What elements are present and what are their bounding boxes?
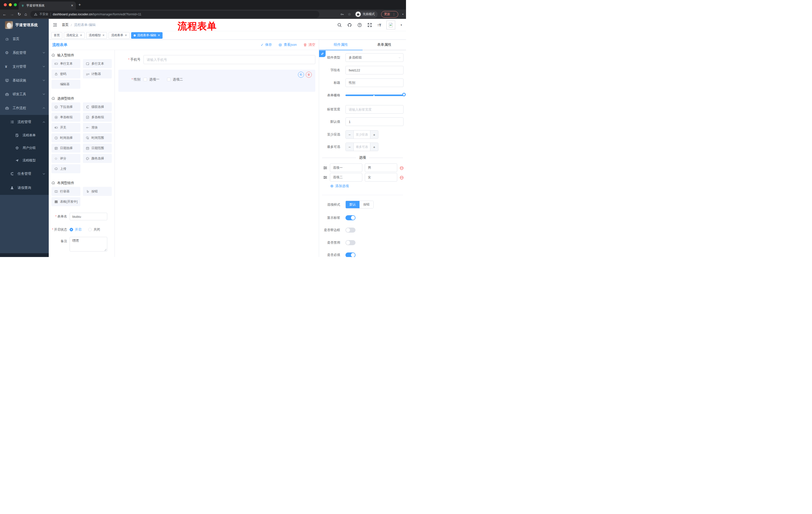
drag-handle-icon[interactable] xyxy=(323,175,327,180)
app-logo[interactable]: 芋道管理系统 xyxy=(0,19,49,31)
sidebar-item-home[interactable]: 首页 xyxy=(0,32,49,46)
option-1-label-input[interactable] xyxy=(330,163,362,172)
close-icon[interactable]: ✕ xyxy=(125,34,127,37)
component-editor[interactable]: 编辑器 xyxy=(52,80,80,89)
title-input[interactable] xyxy=(345,78,404,87)
bookmark-star-icon[interactable]: ☆ xyxy=(348,12,351,16)
reload-icon[interactable]: ↻ xyxy=(18,12,21,16)
copy-component-button[interactable] xyxy=(298,72,304,78)
component-switch[interactable]: 开关 xyxy=(52,123,80,132)
component-table[interactable]: 表格[开发中] xyxy=(52,197,80,206)
form-canvas[interactable]: 手机号 性别 选项一 选项二 xyxy=(115,50,319,257)
window-close-button[interactable] xyxy=(4,3,7,6)
status-on-radio[interactable] xyxy=(69,228,73,231)
option-2-value-input[interactable] xyxy=(365,173,397,182)
component-date-picker[interactable]: 日期选择 xyxy=(52,143,80,153)
grid-slider[interactable] xyxy=(345,91,404,100)
nav-tab-process-form[interactable]: 流程表单✕ xyxy=(109,32,129,39)
sidebar-item-user-group[interactable]: 用户分组 xyxy=(0,141,49,154)
sidebar-item-task-mgmt[interactable]: 任务管理 xyxy=(0,167,49,181)
view-json-button[interactable]: 查看json xyxy=(279,43,297,47)
font-size-icon[interactable]: TT xyxy=(377,23,381,27)
canvas-field-gender-selected[interactable]: 性别 选项一 选项二 xyxy=(118,70,315,92)
remove-option-icon[interactable]: ⊖ xyxy=(400,165,404,170)
sidebar-item-system[interactable]: ⚙ 系统管理 xyxy=(0,46,49,60)
component-counter[interactable]: 计数器 xyxy=(83,70,112,78)
plus-button[interactable]: + xyxy=(370,131,378,139)
close-icon[interactable]: ✕ xyxy=(80,34,82,37)
window-zoom-button[interactable] xyxy=(14,3,17,6)
nav-tab-process-def[interactable]: 流程定义✕ xyxy=(64,32,85,39)
minus-button[interactable]: − xyxy=(346,131,353,139)
form-remark-textarea[interactable]: 嘿嘿 xyxy=(69,237,107,251)
tab-form-props[interactable]: 表单属性 xyxy=(362,40,406,50)
sidebar-item-infra[interactable]: 基础设施 xyxy=(0,74,49,87)
fullscreen-icon[interactable] xyxy=(367,23,372,27)
tab-component-props[interactable]: 组件属性 xyxy=(319,40,362,50)
component-time-picker[interactable]: 时间选择 xyxy=(52,133,80,142)
required-toggle[interactable] xyxy=(345,252,355,257)
status-off-label[interactable]: 关闭 xyxy=(93,227,100,232)
update-button[interactable]: 更新 ⋮ xyxy=(381,11,398,18)
form-name-input[interactable] xyxy=(69,213,107,220)
close-icon[interactable]: ✕ xyxy=(158,34,160,37)
style-button-button[interactable]: 按钮 xyxy=(359,201,373,208)
component-checkbox-group[interactable]: 多选框组 xyxy=(83,113,112,122)
component-date-range[interactable]: 日期范围 xyxy=(83,143,112,153)
back-icon[interactable]: ← xyxy=(2,12,6,16)
address-bar[interactable]: 不安全 dashboard.yudao.iocoder.cn/bpm/manag… xyxy=(30,11,319,18)
type-select[interactable]: 多选框组 xyxy=(345,53,404,62)
status-off-radio[interactable] xyxy=(88,228,92,231)
add-option-link[interactable]: ⊕ 添加选项 xyxy=(330,184,349,188)
plus-button[interactable]: + xyxy=(370,143,378,151)
sidebar-item-payment[interactable]: ¥ 支付管理 xyxy=(0,60,49,74)
minus-button[interactable]: − xyxy=(346,143,353,151)
gender-option-2-label[interactable]: 选项二 xyxy=(173,77,183,82)
close-icon[interactable]: ✕ xyxy=(102,34,105,37)
component-button[interactable]: 按钮 xyxy=(83,187,112,196)
component-select[interactable]: 下拉选择 xyxy=(52,102,80,111)
sidebar-item-process-form[interactable]: 流程表单 xyxy=(0,129,49,141)
nav-tab-process-form-edit[interactable]: 流程表单-编辑✕ xyxy=(131,32,163,39)
browser-tab[interactable]: 芋道管理系统 ✕ xyxy=(19,1,76,9)
component-row-container[interactable]: 行容器 xyxy=(52,187,80,196)
show-label-toggle[interactable] xyxy=(345,215,355,220)
component-single-text[interactable]: 单行文本 xyxy=(52,59,80,68)
sidebar-item-devtools[interactable]: 研发工具 xyxy=(0,87,49,101)
drag-handle-icon[interactable] xyxy=(323,166,327,170)
slider-handle[interactable] xyxy=(402,93,406,96)
sidebar-item-process-mgmt[interactable]: 流程管理 xyxy=(0,115,49,129)
resize-handle[interactable] xyxy=(104,249,107,251)
component-password[interactable]: 密码 xyxy=(52,70,80,78)
default-value-input[interactable] xyxy=(345,117,404,126)
nav-tab-process-model[interactable]: 流程模型✕ xyxy=(86,32,107,39)
option-1-value-input[interactable] xyxy=(365,163,397,172)
option-2-label-input[interactable] xyxy=(330,173,362,182)
save-button[interactable]: ✓保存 xyxy=(261,43,272,47)
max-stepper-input[interactable] xyxy=(353,143,370,151)
border-toggle[interactable] xyxy=(345,227,355,233)
avatar[interactable] xyxy=(386,21,395,29)
component-rate[interactable]: ☆评分 xyxy=(52,154,80,163)
gender-option-1-label[interactable]: 选项一 xyxy=(149,77,160,82)
search-icon[interactable] xyxy=(337,23,342,27)
component-upload[interactable]: 上传 xyxy=(52,164,80,173)
github-icon[interactable] xyxy=(347,23,352,27)
component-time-range[interactable]: 时间范围 xyxy=(83,133,112,142)
label-width-input[interactable] xyxy=(345,105,404,114)
breadcrumb-home[interactable]: 首页 xyxy=(62,23,68,27)
new-tab-button[interactable]: + xyxy=(78,2,81,7)
hamburger-icon[interactable] xyxy=(53,23,57,27)
gender-checkbox-1[interactable] xyxy=(143,78,147,81)
delete-component-button[interactable] xyxy=(306,72,312,78)
phone-input[interactable] xyxy=(143,55,315,64)
component-radio-group[interactable]: 单选框组 xyxy=(52,113,80,122)
remove-option-icon[interactable]: ⊖ xyxy=(400,175,404,180)
component-multi-text[interactable]: 多行文本 xyxy=(83,59,112,68)
disabled-toggle[interactable] xyxy=(345,240,355,245)
browser-menu-icon[interactable]: ⋮ xyxy=(392,12,396,16)
component-cascader[interactable]: 级联选择 xyxy=(83,102,112,111)
gender-checkbox-2[interactable] xyxy=(167,78,171,81)
status-on-label[interactable]: 开启 xyxy=(75,227,81,232)
help-icon[interactable] xyxy=(357,23,362,27)
